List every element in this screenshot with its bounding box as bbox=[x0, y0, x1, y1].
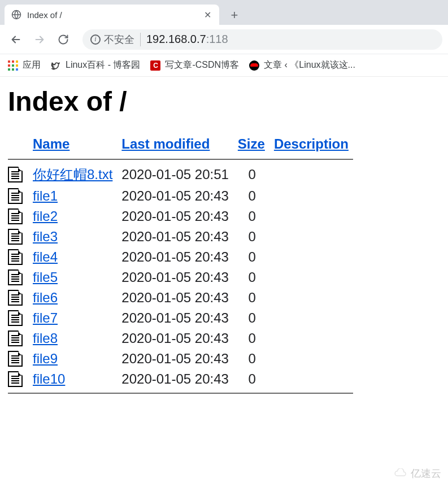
apps-label: 应用 bbox=[23, 59, 41, 71]
file-link[interactable]: file10 bbox=[33, 371, 65, 386]
file-size: 0 bbox=[233, 328, 269, 349]
file-size: 0 bbox=[233, 186, 269, 206]
file-icon bbox=[8, 371, 23, 387]
favicon-icon bbox=[249, 60, 259, 71]
table-row: file102020-01-05 20:430 bbox=[8, 369, 353, 389]
file-size: 0 bbox=[233, 267, 269, 288]
file-icon bbox=[8, 269, 23, 285]
watermark-text: 亿速云 bbox=[411, 467, 441, 480]
file-size: 0 bbox=[233, 288, 269, 308]
table-row: file12020-01-05 20:430 bbox=[8, 186, 353, 206]
back-button[interactable] bbox=[6, 29, 26, 50]
file-size: 0 bbox=[233, 206, 269, 227]
table-row: 你好红帽8.txt2020-01-05 20:510 bbox=[8, 163, 353, 186]
info-icon: i bbox=[90, 34, 101, 45]
page-title: Index of / bbox=[8, 86, 440, 117]
file-link[interactable]: file3 bbox=[33, 229, 58, 244]
file-modified: 2020-01-05 20:43 bbox=[117, 186, 233, 206]
file-link[interactable]: file4 bbox=[33, 249, 58, 264]
table-row: file22020-01-05 20:430 bbox=[8, 206, 353, 227]
file-modified: 2020-01-05 20:43 bbox=[117, 288, 233, 308]
tab-bar: Index of / ✕ + bbox=[0, 0, 448, 25]
browser-tab[interactable]: Index of / ✕ bbox=[5, 5, 219, 25]
table-row: file92020-01-05 20:430 bbox=[8, 349, 353, 369]
table-row: file62020-01-05 20:430 bbox=[8, 288, 353, 308]
file-link[interactable]: file5 bbox=[33, 269, 58, 285]
close-icon[interactable]: ✕ bbox=[202, 10, 212, 20]
file-icon bbox=[8, 310, 23, 326]
bookmark-bar: 应用 Linux百科 - 博客园 C 写文章-CSDN博客 文章 ‹ 《Linu… bbox=[0, 54, 448, 77]
file-icon bbox=[8, 331, 23, 346]
file-listing-table: Name Last modified Size Description 你好红帽… bbox=[8, 133, 353, 397]
file-modified: 2020-01-05 20:43 bbox=[117, 247, 233, 267]
file-size: 0 bbox=[233, 308, 269, 328]
favicon-icon: C bbox=[150, 60, 160, 71]
address-bar[interactable]: i 不安全 192.168.0.7:118 bbox=[82, 29, 442, 50]
file-link[interactable]: file2 bbox=[33, 208, 58, 224]
bookmark-item-2[interactable]: 文章 ‹ 《Linux就该这... bbox=[249, 59, 355, 71]
file-size: 0 bbox=[233, 349, 269, 369]
file-modified: 2020-01-05 20:43 bbox=[117, 349, 233, 369]
col-header-modified[interactable]: Last modified bbox=[121, 136, 210, 151]
file-link[interactable]: file8 bbox=[33, 331, 58, 346]
url-text: 192.168.0.7:118 bbox=[146, 33, 228, 46]
globe-icon bbox=[11, 10, 21, 20]
file-icon bbox=[8, 290, 23, 306]
file-icon bbox=[8, 351, 23, 367]
col-header-description[interactable]: Description bbox=[274, 136, 349, 151]
file-size: 0 bbox=[233, 163, 269, 186]
forward-button[interactable] bbox=[29, 29, 50, 50]
url-port: :118 bbox=[206, 33, 228, 45]
tab-title: Index of / bbox=[27, 10, 202, 20]
bookmark-item-1[interactable]: C 写文章-CSDN博客 bbox=[150, 59, 239, 71]
col-header-name[interactable]: Name bbox=[33, 136, 69, 151]
table-row: file72020-01-05 20:430 bbox=[8, 308, 353, 328]
toolbar: i 不安全 192.168.0.7:118 bbox=[0, 25, 448, 54]
reload-button[interactable] bbox=[53, 29, 73, 50]
apps-button[interactable]: 应用 bbox=[8, 59, 41, 71]
file-modified: 2020-01-05 20:43 bbox=[117, 227, 233, 247]
table-row: file82020-01-05 20:430 bbox=[8, 328, 353, 349]
bookmark-label: 写文章-CSDN博客 bbox=[165, 59, 239, 71]
url-host: 192.168.0.7 bbox=[146, 33, 206, 45]
file-modified: 2020-01-05 20:43 bbox=[117, 308, 233, 328]
not-secure-label: 不安全 bbox=[104, 33, 134, 46]
col-header-size[interactable]: Size bbox=[238, 136, 265, 151]
file-icon bbox=[8, 188, 23, 204]
bookmark-label: Linux百科 - 博客园 bbox=[66, 59, 140, 71]
file-icon bbox=[8, 208, 23, 224]
file-modified: 2020-01-05 20:43 bbox=[117, 328, 233, 349]
page-content: Index of / Name Last modified Size Descr… bbox=[0, 77, 448, 406]
file-link[interactable]: 你好红帽8.txt bbox=[33, 167, 112, 182]
apps-icon bbox=[8, 60, 18, 71]
new-tab-button[interactable]: + bbox=[225, 6, 244, 25]
table-row: file52020-01-05 20:430 bbox=[8, 267, 353, 288]
site-info-button[interactable]: i 不安全 bbox=[90, 33, 141, 46]
watermark: 亿速云 bbox=[393, 467, 441, 480]
favicon-icon bbox=[51, 60, 61, 71]
file-size: 0 bbox=[233, 247, 269, 267]
file-link[interactable]: file7 bbox=[33, 310, 58, 325]
file-modified: 2020-01-05 20:43 bbox=[117, 267, 233, 288]
file-size: 0 bbox=[233, 227, 269, 247]
file-link[interactable]: file9 bbox=[33, 351, 58, 366]
file-size: 0 bbox=[233, 369, 269, 389]
bookmark-item-0[interactable]: Linux百科 - 博客园 bbox=[51, 59, 140, 71]
file-icon bbox=[8, 229, 23, 245]
bookmark-label: 文章 ‹ 《Linux就该这... bbox=[264, 59, 355, 71]
file-icon bbox=[8, 167, 23, 182]
file-link[interactable]: file6 bbox=[33, 290, 58, 305]
file-icon bbox=[8, 249, 23, 265]
file-modified: 2020-01-05 20:43 bbox=[117, 369, 233, 389]
file-link[interactable]: file1 bbox=[33, 188, 58, 203]
file-modified: 2020-01-05 20:51 bbox=[117, 163, 233, 186]
file-modified: 2020-01-05 20:43 bbox=[117, 206, 233, 227]
table-row: file42020-01-05 20:430 bbox=[8, 247, 353, 267]
table-row: file32020-01-05 20:430 bbox=[8, 227, 353, 247]
